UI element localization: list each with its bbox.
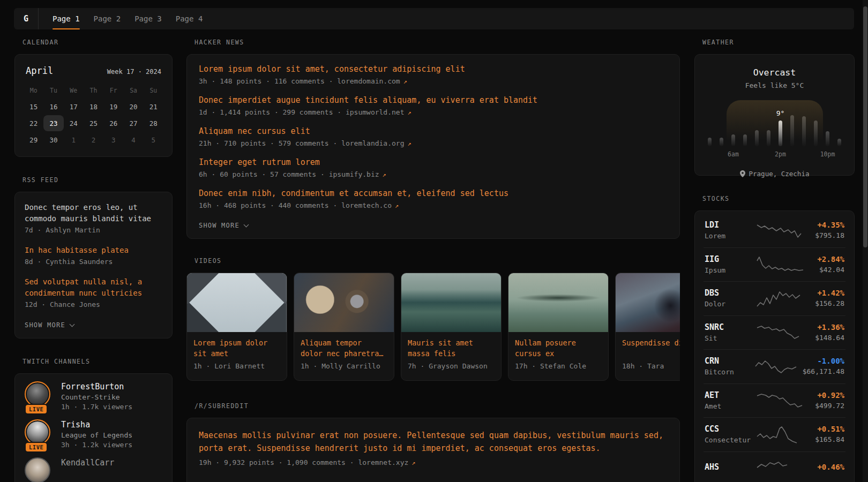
video-title[interactable]: Aliquam tempor dolor nec pharetra…	[301, 337, 387, 359]
calendar-day[interactable]: 26	[103, 115, 123, 131]
stock-change-percent: +0.92%	[804, 391, 844, 400]
calendar-day[interactable]: 24	[64, 115, 84, 131]
page-tabs: Page 1 Page 2 Page 3 Page 4	[39, 8, 209, 29]
stock-row[interactable]: LDI Lorem +4.35% $795.18	[695, 213, 854, 247]
video-card[interactable]: Suspendisse diam 18h · Tara	[615, 273, 680, 381]
twitch-channel-name[interactable]: KendallCarr	[61, 458, 114, 468]
video-meta: 18h · Tara	[622, 362, 680, 370]
calendar-day[interactable]: 28	[144, 115, 163, 131]
video-title[interactable]: Nullam posuere cursus ex	[515, 337, 602, 359]
video-thumbnail[interactable]	[616, 273, 680, 332]
calendar-day[interactable]: 23	[43, 115, 63, 131]
page-tab[interactable]: Page 1	[46, 8, 87, 29]
stock-ticker: DBS	[705, 288, 756, 298]
video-title[interactable]: Mauris sit amet massa felis	[408, 337, 495, 359]
weather-widget: Overcast Feels like 5°C 9° 6am2pm10pm Pr…	[694, 54, 855, 176]
twitch-channel-row[interactable]: LIVE ForrestBurton Counter-Strike 1h · 1…	[25, 381, 162, 411]
video-thumbnail[interactable]	[187, 273, 287, 332]
calendar-day[interactable]: 25	[84, 115, 103, 131]
external-link-icon	[405, 139, 411, 147]
stock-name: Sit	[705, 334, 756, 342]
rss-item-title[interactable]: Donec tempor eros leo, ut commodo mauris…	[25, 202, 162, 224]
video-thumbnail[interactable]	[401, 273, 501, 332]
top-navigation-bar: G Page 1 Page 2 Page 3 Page 4	[14, 8, 854, 29]
calendar-day[interactable]: 20	[123, 99, 143, 115]
calendar-day[interactable]: 27	[123, 115, 143, 131]
subreddit-post-title[interactable]: Maecenas mollis pulvinar erat non posuer…	[199, 429, 676, 455]
video-meta: 7h · Grayson Dawson	[408, 362, 495, 370]
calendar-weekday: Su	[144, 82, 163, 99]
hackernews-item: Integer eget rutrum lorem 6h · 60 points…	[199, 157, 668, 178]
rss-item[interactable]: Donec tempor eros leo, ut commodo mauris…	[25, 202, 162, 234]
calendar-day[interactable]: 4	[123, 132, 143, 148]
hackernews-item-title[interactable]: Donec enim nibh, condimentum et accumsan…	[199, 189, 668, 198]
rss-item-title[interactable]: In hac habitasse platea	[25, 245, 162, 256]
video-card[interactable]: Aliquam tempor dolor nec pharetra… 1h · …	[294, 273, 394, 381]
stock-row[interactable]: DBS Dolor +1.42% $156.28	[695, 281, 854, 315]
rss-show-more-button[interactable]: SHOW MORE	[25, 321, 74, 329]
stock-change-percent: +1.36%	[804, 323, 844, 332]
video-thumbnail[interactable]	[508, 273, 608, 332]
stock-sparkline	[756, 254, 804, 274]
video-card[interactable]: Mauris sit amet massa felis 7h · Grayson…	[401, 273, 502, 381]
page-tab[interactable]: Page 4	[169, 8, 210, 29]
stock-row[interactable]: AET Amet +0.92% $499.72	[695, 383, 854, 418]
calendar-day[interactable]: 1	[64, 132, 84, 148]
stock-price: $42.04	[804, 266, 844, 274]
calendar-day[interactable]: 2	[84, 132, 103, 148]
twitch-channel-row[interactable]: LIVE Trisha League of Legends 3h · 1.2k …	[25, 419, 162, 449]
stock-row[interactable]: CCS Consectetur +0.51% $165.84	[695, 417, 854, 451]
hackernews-item-title[interactable]: Integer eget rutrum lorem	[199, 157, 668, 167]
calendar-day[interactable]: 29	[24, 132, 43, 148]
hackernews-list: Lorem ipsum dolor sit amet, consectetur …	[199, 64, 668, 209]
calendar-day[interactable]: 19	[103, 99, 123, 115]
hackernews-item-meta: 3h · 148 points · 116 comments · loremdo…	[199, 77, 668, 85]
calendar-day[interactable]: 3	[103, 132, 123, 148]
calendar-day[interactable]: 21	[144, 99, 163, 115]
calendar-weekday: We	[64, 82, 84, 99]
rss-item[interactable]: In hac habitasse platea 8d · Cynthia Sau…	[25, 245, 162, 266]
twitch-channel-name[interactable]: ForrestBurton	[61, 382, 132, 391]
video-thumbnail[interactable]	[294, 273, 394, 332]
stock-row[interactable]: IIG Ipsum +2.84% $42.04	[695, 247, 854, 282]
hackernews-show-more-button[interactable]: SHOW MORE	[199, 222, 248, 229]
hackernews-item-title[interactable]: Lorem ipsum dolor sit amet, consectetur …	[199, 64, 668, 74]
video-title[interactable]: Lorem ipsum dolor sit amet consectetu…	[193, 337, 280, 359]
stock-sparkline	[756, 221, 804, 240]
page-tab[interactable]: Page 2	[87, 8, 128, 29]
video-card[interactable]: Lorem ipsum dolor sit amet consectetu… 1…	[186, 273, 287, 381]
weather-feels-like: Feels like 5°C	[695, 81, 854, 89]
calendar-day[interactable]: 17	[64, 99, 84, 115]
app-logo[interactable]: G	[14, 8, 39, 29]
twitch-channel-name[interactable]: Trisha	[61, 420, 132, 430]
calendar-day[interactable]: 5	[144, 132, 163, 148]
page-tab[interactable]: Page 3	[128, 8, 169, 29]
rss-item-meta: 7d · Ashlyn Martin	[25, 226, 162, 234]
hackernews-item-title[interactable]: Donec imperdiet augue tincidunt felis al…	[199, 95, 668, 105]
twitch-channel-meta: 1h · 1.7k viewers	[61, 403, 132, 411]
calendar-day[interactable]: 22	[24, 115, 43, 131]
stock-row[interactable]: SNRC Sit +1.36% $148.64	[695, 315, 854, 350]
window-scrollbar-thumb[interactable]	[863, 6, 867, 247]
avatar	[25, 419, 50, 445]
calendar-day[interactable]: 16	[43, 99, 63, 115]
stock-name: Lorem	[705, 232, 756, 240]
twitch-channel-row[interactable]: LIVE KendallCarr	[25, 457, 162, 482]
calendar-day[interactable]: 30	[43, 132, 63, 148]
hackernews-item-title[interactable]: Aliquam nec cursus elit	[199, 126, 668, 136]
video-meta: 1h · Molly Carrillo	[301, 362, 387, 370]
video-title[interactable]: Suspendisse diam	[622, 337, 680, 359]
rss-item[interactable]: Sed volutpat nulla nisl, a condimentum n…	[25, 276, 162, 308]
calendar-day[interactable]: 15	[24, 99, 43, 115]
external-link-icon	[405, 108, 411, 116]
stocks-section-label: STOCKS	[702, 195, 855, 202]
calendar-day[interactable]: 18	[84, 99, 103, 115]
calendar-weekday: Tu	[43, 82, 63, 99]
stock-row[interactable]: CRN Bitcorn -1.00% $66,171.48	[695, 349, 854, 383]
weather-bar	[716, 138, 728, 146]
stock-price: $165.84	[804, 435, 844, 443]
video-card[interactable]: Nullam posuere cursus ex 17h · Stefan Co…	[508, 273, 609, 381]
stock-row[interactable]: AHS +0.46%	[695, 451, 854, 482]
rss-item-title[interactable]: Sed volutpat nulla nisl, a condimentum n…	[25, 276, 162, 299]
stock-change-percent: +0.51%	[804, 425, 844, 433]
